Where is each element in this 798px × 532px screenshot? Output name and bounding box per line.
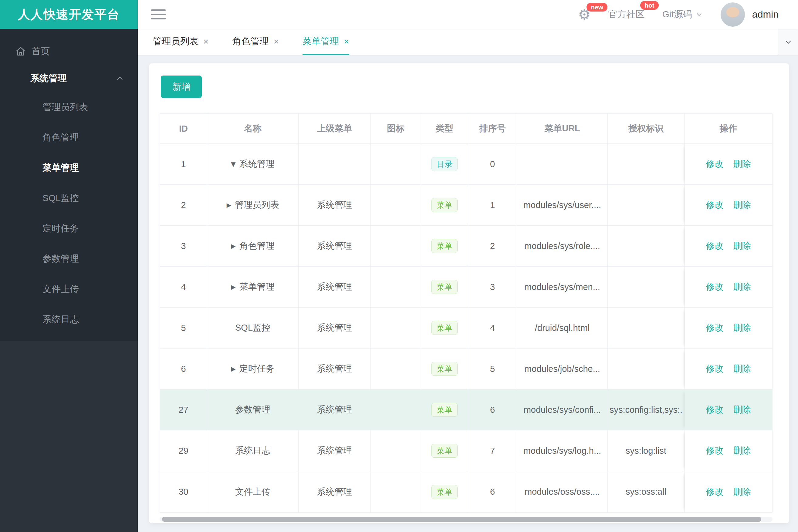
cell-url: modules/sys/men... [517, 267, 608, 307]
table-row[interactable]: 5SQL监控系统管理菜单4/druid/sql.html修改删除 [160, 307, 772, 348]
delete-link[interactable]: 删除 [734, 158, 751, 170]
caret-down-icon[interactable]: ▼ [231, 160, 236, 168]
sidebar: 人人快速开发平台 首页 系统管理 管理员列表角色管理菜单管理SQL监控定时任务参… [0, 0, 138, 532]
table-row[interactable]: 3▶角色管理系统管理菜单2modules/sys/role....修改删除 [160, 226, 772, 267]
cell-id: 5 [160, 307, 207, 348]
cell-perm: sys:oss:all [608, 471, 685, 512]
cell-perm [608, 226, 685, 267]
delete-link[interactable]: 删除 [734, 486, 751, 498]
tab-close-icon[interactable]: × [274, 36, 279, 47]
sidebar-group-system[interactable]: 系统管理 [0, 64, 138, 92]
caret-right-icon[interactable]: ▶ [231, 242, 236, 250]
caret-right-icon[interactable]: ▶ [231, 283, 236, 290]
column-header: 排序号 [468, 114, 517, 144]
edit-link[interactable]: 修改 [706, 322, 724, 334]
table-row[interactable]: 1▼系统管理目录0修改删除 [160, 144, 772, 185]
community-link[interactable]: 官方社区 hot [608, 8, 645, 21]
delete-link[interactable]: 删除 [734, 363, 751, 375]
table-row[interactable]: 4▶菜单管理系统管理菜单3modules/sys/men...修改删除 [160, 267, 772, 307]
table-row[interactable]: 29系统日志系统管理菜单7modules/sys/log.h...sys:log… [160, 431, 772, 471]
community-label: 官方社区 [608, 8, 645, 21]
menu-name: 文件上传 [235, 486, 270, 498]
tab-0[interactable]: 管理员列表× [153, 29, 209, 55]
tab-close-icon[interactable]: × [344, 36, 349, 47]
cell-name: 文件上传 [207, 471, 299, 512]
cell-parent: 系统管理 [299, 185, 371, 226]
tab-1[interactable]: 角色管理× [233, 29, 279, 55]
table-row[interactable]: 30文件上传系统管理菜单6modules/oss/oss....sys:oss:… [160, 471, 772, 512]
cell-perm [608, 348, 685, 390]
column-header: 菜单URL [517, 114, 608, 144]
cell-icon [371, 144, 421, 185]
edit-link[interactable]: 修改 [706, 486, 724, 498]
sidebar-item-5[interactable]: 参数管理 [0, 244, 138, 274]
cell-id: 2 [160, 185, 207, 226]
tab-label: 角色管理 [233, 35, 269, 48]
menu-toggle-button[interactable] [151, 10, 166, 19]
app-root: 人人快速开发平台 首页 系统管理 管理员列表角色管理菜单管理SQL监控定时任务参… [0, 0, 798, 532]
cell-order: 4 [468, 307, 517, 348]
cell-order: 0 [468, 144, 517, 185]
type-badge: 菜单 [431, 198, 458, 212]
edit-link[interactable]: 修改 [706, 363, 724, 375]
cell-icon [371, 471, 421, 512]
chevron-down-icon [784, 38, 793, 47]
cell-type: 菜单 [421, 226, 468, 267]
type-badge: 菜单 [431, 444, 458, 458]
tab-dropdown-button[interactable] [778, 29, 798, 55]
cell-parent: 系统管理 [299, 471, 371, 512]
cell-parent [299, 144, 371, 185]
cell-name: 系统日志 [207, 431, 299, 471]
delete-link[interactable]: 删除 [734, 445, 751, 457]
sidebar-item-2[interactable]: 菜单管理 [0, 153, 138, 183]
cell-name: 参数管理 [207, 390, 299, 431]
tab-close-icon[interactable]: × [203, 36, 209, 47]
caret-right-icon[interactable]: ▶ [231, 365, 236, 373]
cell-name: SQL监控 [207, 307, 299, 348]
cell-order: 3 [468, 267, 517, 307]
user-menu[interactable]: admin [721, 2, 779, 27]
git-source-link[interactable]: Git源码 [662, 8, 703, 21]
table-row[interactable]: 2▶管理员列表系统管理菜单1modules/sys/user....修改删除 [160, 185, 772, 226]
delete-link[interactable]: 删除 [734, 199, 751, 211]
table-row[interactable]: 6▶定时任务系统管理菜单5modules/job/sche...修改删除 [160, 348, 772, 390]
sidebar-item-3[interactable]: SQL监控 [0, 183, 138, 213]
add-button[interactable]: 新增 [161, 76, 202, 98]
cell-perm [608, 144, 685, 185]
edit-link[interactable]: 修改 [706, 199, 724, 211]
cell-order: 6 [468, 390, 517, 431]
delete-link[interactable]: 删除 [734, 281, 751, 293]
cell-icon [371, 267, 421, 307]
cell-order: 5 [468, 348, 517, 390]
table-row[interactable]: 27参数管理系统管理菜单6modules/sys/confi...sys:con… [160, 390, 772, 431]
column-header: 图标 [371, 114, 421, 144]
sidebar-item-home[interactable]: 首页 [0, 38, 138, 64]
delete-link[interactable]: 删除 [734, 404, 751, 416]
column-header: 上级菜单 [299, 114, 371, 144]
git-source-label: Git源码 [662, 8, 692, 21]
edit-link[interactable]: 修改 [706, 445, 724, 457]
menu-management-card: 新增 ID名称上级菜单图标类型排序号菜单URL授权标识操作 1▼系统管理目录0修… [149, 63, 789, 523]
sidebar-item-0[interactable]: 管理员列表 [0, 92, 138, 122]
sidebar-item-7[interactable]: 系统日志 [0, 304, 138, 335]
horizontal-scrollbar[interactable] [160, 517, 773, 522]
settings-button[interactable]: ⚙ new [578, 7, 591, 21]
sidebar-item-1[interactable]: 角色管理 [0, 122, 138, 153]
sidebar-item-6[interactable]: 文件上传 [0, 274, 138, 304]
edit-link[interactable]: 修改 [706, 240, 724, 252]
delete-link[interactable]: 删除 [734, 240, 751, 252]
delete-link[interactable]: 删除 [734, 322, 751, 334]
menu-name: 管理员列表 [235, 199, 279, 211]
tab-2[interactable]: 菜单管理× [302, 29, 349, 55]
edit-link[interactable]: 修改 [706, 404, 724, 416]
scrollbar-thumb[interactable] [162, 517, 761, 522]
topbar: ⚙ new 官方社区 hot Git源码 admin [138, 0, 798, 29]
cell-perm [608, 267, 685, 307]
table-header-row: ID名称上级菜单图标类型排序号菜单URL授权标识操作 [160, 114, 772, 144]
column-header: 名称 [207, 114, 299, 144]
cell-url [517, 144, 608, 185]
sidebar-item-4[interactable]: 定时任务 [0, 213, 138, 244]
caret-right-icon[interactable]: ▶ [227, 202, 231, 209]
edit-link[interactable]: 修改 [706, 281, 724, 293]
edit-link[interactable]: 修改 [706, 158, 724, 170]
